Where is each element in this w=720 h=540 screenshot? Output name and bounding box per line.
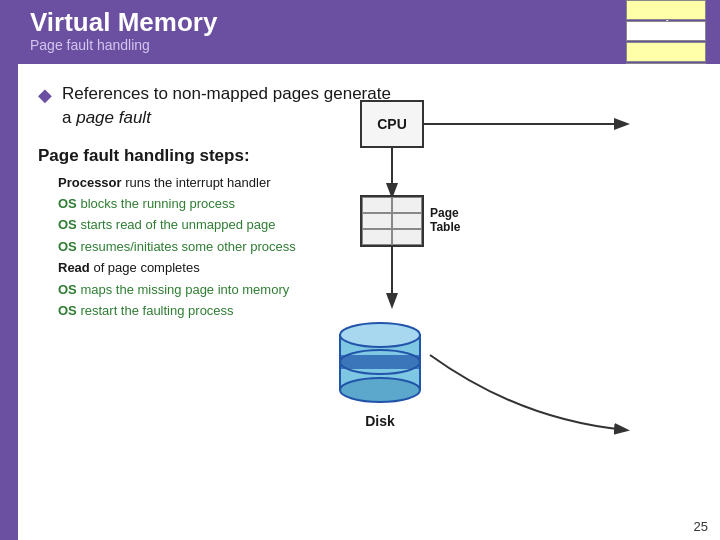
step-text: OS blocks the running process <box>58 193 235 214</box>
step-text: Processor runs the interrupt handler <box>58 172 270 193</box>
step-text: OS resumes/initiates some other process <box>58 236 296 257</box>
svg-point-1 <box>340 323 420 347</box>
page-table-grid <box>362 197 422 245</box>
pt-cell <box>392 213 422 229</box>
pt-cell <box>392 229 422 245</box>
pt-cell <box>362 229 392 245</box>
page-subtitle: Page fault handling <box>30 37 217 54</box>
step-item: OS maps the missing page into memory <box>58 279 700 300</box>
cpu-label: CPU <box>377 116 407 132</box>
pt-cell <box>362 197 392 213</box>
disk-label: Disk <box>330 413 430 429</box>
svg-rect-4 <box>340 355 420 369</box>
bullet-icon: ◆ <box>38 84 52 106</box>
disk-container: Disk <box>330 305 430 429</box>
page-table-label: PageTable <box>430 206 460 235</box>
phys-mem-row <box>626 0 706 20</box>
page-title: Virtual Memory <box>30 8 217 37</box>
steps-title: Page fault handling steps: <box>38 146 700 166</box>
step-text: OS restart the faulting process <box>58 300 234 321</box>
bullet-text: References to non-mapped pages generatea… <box>62 82 391 130</box>
pt-cell <box>362 213 392 229</box>
page-table-box <box>360 195 424 247</box>
step-item: Read of page completes <box>58 257 700 278</box>
step-text: Read of page completes <box>58 257 200 278</box>
page-number: 25 <box>694 519 708 534</box>
left-accent-bar <box>0 0 18 540</box>
step-text: OS starts read of the unmapped page <box>58 214 276 235</box>
header: Virtual Memory Page fault handling Physi… <box>18 0 720 64</box>
phys-mem-row <box>626 42 706 62</box>
disk-cylinder-svg <box>330 305 430 405</box>
header-text: Virtual Memory Page fault handling <box>30 8 217 53</box>
step-item: Processor runs the interrupt handler <box>58 172 700 193</box>
pt-cell <box>392 197 422 213</box>
cpu-box: CPU <box>360 100 424 148</box>
svg-point-3 <box>340 378 420 402</box>
step-text: OS maps the missing page into memory <box>58 279 289 300</box>
phys-mem-row <box>626 21 706 41</box>
page-fault-term: page fault <box>76 108 151 127</box>
